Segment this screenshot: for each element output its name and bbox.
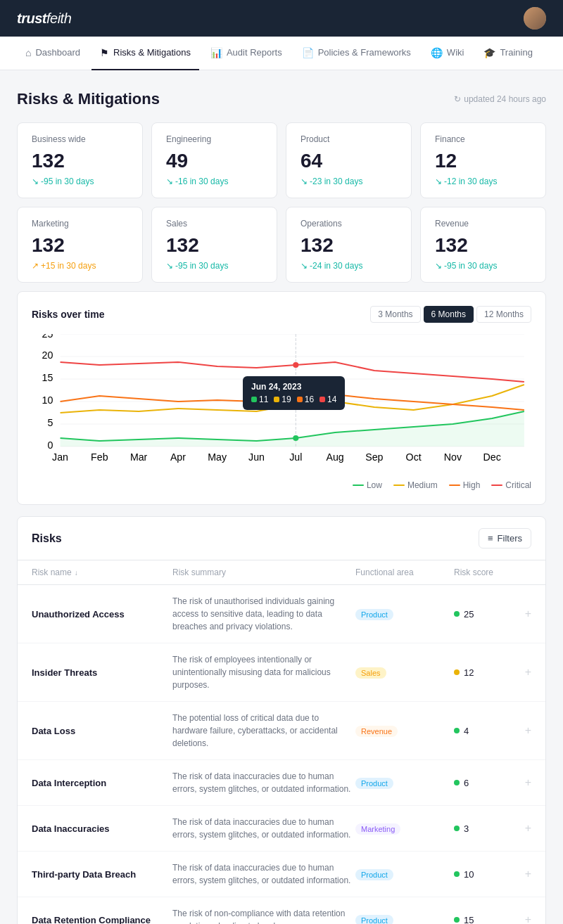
risk-name: Unauthorized Access <box>32 609 172 620</box>
card-marketing: Marketing 132 ↗ +15 in 30 days <box>17 207 143 283</box>
risk-score: 25 <box>454 609 474 620</box>
trend-down-icon: ↘ <box>301 177 308 186</box>
nav-risks[interactable]: ⚑ Risks & Mitigations <box>91 37 199 70</box>
main-content: Risks & Mitigations ↻ updated 24 hours a… <box>0 70 563 924</box>
add-button[interactable]: + <box>525 666 531 679</box>
chart-area: 0 5 10 15 20 25 Jan Feb Mar <box>32 334 531 475</box>
nav-dashboard[interactable]: ⌂ Dashboard <box>17 37 89 70</box>
card-operations: Operations 132 ↘ -24 in 30 days <box>286 207 412 283</box>
risk-name: Data Inaccuracies <box>32 823 172 834</box>
trend-down-icon: ↘ <box>301 261 308 271</box>
summary-cards-row2: Marketing 132 ↗ +15 in 30 days Sales 132… <box>17 207 546 283</box>
nav-audit[interactable]: 📊 Audit Reports <box>202 37 291 70</box>
risk-summary: The risk of employees intentionally or u… <box>172 653 355 691</box>
col-risk-summary: Risk summary <box>172 567 355 577</box>
chart-title: Risks over time <box>32 309 105 320</box>
svg-text:May: May <box>208 451 227 463</box>
card-finance: Finance 12 ↘ -12 in 30 days <box>420 122 546 198</box>
score-dot <box>454 728 460 733</box>
risk-score: 6 <box>454 778 469 788</box>
add-button[interactable]: + <box>525 822 531 835</box>
svg-point-25 <box>293 435 298 441</box>
trend-down-icon: ↘ <box>435 261 442 271</box>
card-value: 132 <box>435 234 531 257</box>
risks-section: Risks ≡ Filters Risk name ↓ Risk summary… <box>17 516 546 924</box>
summary-cards-row1: Business wide 132 ↘ -95 in 30 days Engin… <box>17 122 546 198</box>
card-business-wide: Business wide 132 ↘ -95 in 30 days <box>17 122 143 198</box>
nav-wiki[interactable]: 🌐 Wiki <box>422 37 473 70</box>
card-value: 132 <box>32 150 128 172</box>
col-risk-name: Risk name ↓ <box>32 567 172 577</box>
risk-summary: The risk of data inaccuracies due to hum… <box>172 861 355 887</box>
card-label: Product <box>301 134 397 144</box>
functional-area: Product <box>355 608 454 620</box>
svg-text:Jul: Jul <box>289 451 302 463</box>
table-row: Third-party Data Breach The risk of data… <box>18 852 545 897</box>
tooltip-critical: 14 <box>320 394 336 404</box>
nav-policies[interactable]: 📄 Policies & Frameworks <box>293 37 419 70</box>
score-dot <box>454 780 460 785</box>
card-product: Product 64 ↘ -23 in 30 days <box>286 122 412 198</box>
score-dot <box>454 611 460 617</box>
chart-btn-3months[interactable]: 3 Months <box>370 306 420 323</box>
svg-text:Apr: Apr <box>170 451 186 463</box>
svg-text:Jan: Jan <box>52 451 68 463</box>
risk-summary: The risk of non-compliance with data ret… <box>172 907 355 924</box>
svg-text:Sep: Sep <box>365 451 383 463</box>
chart-btn-6months[interactable]: 6 Months <box>424 306 474 323</box>
risk-name: Data Interception <box>32 778 172 788</box>
legend-high: High <box>449 480 481 490</box>
svg-point-28 <box>293 362 298 368</box>
functional-area: Product <box>355 777 454 789</box>
risk-summary: The risk of data inaccuracies due to hum… <box>172 770 355 795</box>
chart-btn-12months[interactable]: 12 Months <box>476 306 531 323</box>
legend-critical: Critical <box>491 480 531 490</box>
card-change: ↘ -23 in 30 days <box>301 177 397 186</box>
col-functional-area: Functional area <box>355 567 454 577</box>
policies-icon: 📄 <box>302 47 314 58</box>
risk-score: 4 <box>454 726 469 736</box>
add-button[interactable]: + <box>525 868 531 880</box>
risks-header: Risks ≡ Filters <box>18 517 545 560</box>
wiki-icon: 🌐 <box>431 47 443 58</box>
add-button[interactable]: + <box>525 913 531 924</box>
svg-text:15: 15 <box>42 372 53 383</box>
risk-name: Third-party Data Breach <box>32 869 172 880</box>
svg-text:Feb: Feb <box>91 451 108 463</box>
refresh-icon: ↻ <box>454 94 461 104</box>
functional-area: Product <box>355 914 454 925</box>
filter-icon: ≡ <box>488 533 493 544</box>
risk-score: 10 <box>454 869 474 880</box>
card-change: ↘ -16 in 30 days <box>166 177 262 186</box>
training-icon: 🎓 <box>483 47 495 58</box>
add-button[interactable]: + <box>525 608 531 620</box>
card-value: 64 <box>301 150 397 172</box>
score-dot <box>454 669 460 675</box>
nav-training[interactable]: 🎓 Training <box>475 37 540 70</box>
add-button[interactable]: + <box>525 724 531 737</box>
table-row: Data Retention Compliance The risk of no… <box>18 897 545 924</box>
risks-icon: ⚑ <box>100 47 109 58</box>
legend-medium: Medium <box>393 480 438 490</box>
svg-text:0: 0 <box>48 439 53 451</box>
table-header: Risk name ↓ Risk summary Functional area… <box>18 560 545 585</box>
table-row: Unauthorized Access The risk of unauthor… <box>18 585 545 643</box>
chart-tooltip: Jun 24, 2023 11 19 16 <box>243 376 345 410</box>
card-sales: Sales 132 ↘ -95 in 30 days <box>151 207 277 283</box>
risk-summary: The potential loss of critical data due … <box>172 712 355 750</box>
card-change: ↘ -95 in 30 days <box>32 177 128 186</box>
updated-text: ↻ updated 24 hours ago <box>454 94 546 104</box>
card-label: Operations <box>301 219 397 229</box>
audit-icon: 📊 <box>210 47 222 58</box>
page-header: Risks & Mitigations ↻ updated 24 hours a… <box>17 90 546 108</box>
card-value: 132 <box>166 234 262 257</box>
chart-header: Risks over time 3 Months 6 Months 12 Mon… <box>32 306 531 323</box>
risk-score: 12 <box>454 667 474 678</box>
functional-area: Marketing <box>355 823 454 835</box>
svg-text:Aug: Aug <box>326 451 343 463</box>
filter-button[interactable]: ≡ Filters <box>479 528 531 548</box>
card-value: 12 <box>435 150 531 172</box>
tooltip-values: 11 19 16 14 <box>251 394 336 404</box>
add-button[interactable]: + <box>525 776 531 789</box>
avatar[interactable] <box>524 7 546 30</box>
